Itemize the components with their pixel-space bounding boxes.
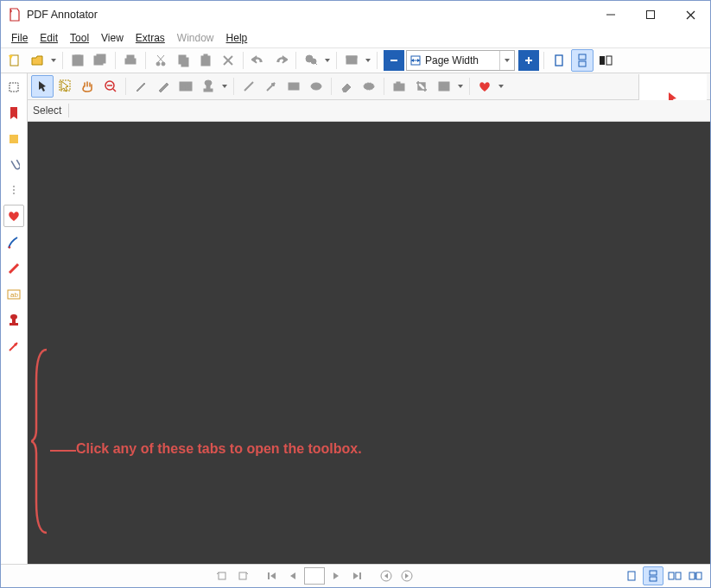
tool-status-bar: Select	[28, 100, 710, 122]
redo-button[interactable]	[270, 50, 291, 71]
svg-point-56	[205, 80, 212, 85]
sidebar-select-tab[interactable]	[4, 77, 23, 98]
toolbox-stamp-tab[interactable]	[4, 310, 23, 331]
toolbox-marker-tab[interactable]	[4, 258, 23, 279]
svg-rect-27	[390, 60, 397, 61]
layout-single-button[interactable]	[622, 567, 641, 585]
pointer-tool[interactable]	[31, 75, 54, 98]
sidebar-attachments-tab[interactable]	[4, 155, 23, 175]
sidebar-notes-tab[interactable]	[4, 129, 23, 149]
copy-button[interactable]	[173, 50, 194, 71]
paste-button[interactable]	[195, 50, 216, 71]
lasso-select-tool[interactable]	[55, 76, 76, 97]
image-tool[interactable]	[434, 76, 454, 97]
document-canvas[interactable]: Click any of these tabs to open the tool…	[28, 122, 710, 564]
svg-line-24	[315, 63, 317, 65]
svg-line-14	[158, 55, 164, 62]
ellipse-tool[interactable]	[306, 76, 327, 97]
menu-extras[interactable]: Extras	[130, 30, 170, 46]
stamp-dropdown[interactable]	[220, 76, 229, 97]
print-button[interactable]	[120, 50, 141, 71]
fullscreen-button[interactable]	[341, 50, 362, 71]
nav-back-button[interactable]	[377, 567, 396, 585]
zoom-out-button[interactable]	[384, 50, 404, 71]
pan-tool[interactable]	[78, 76, 98, 97]
next-page-button[interactable]	[327, 567, 346, 585]
svg-rect-26	[346, 56, 357, 58]
rotate-left-button[interactable]	[213, 567, 232, 585]
svg-rect-19	[204, 54, 207, 57]
open-button[interactable]	[27, 50, 48, 71]
svg-rect-39	[10, 83, 18, 92]
favorites-dropdown[interactable]	[497, 76, 505, 97]
cut-button[interactable]	[150, 50, 171, 71]
line-tool[interactable]	[238, 76, 259, 97]
menu-view[interactable]: View	[96, 30, 129, 46]
menu-window: Window	[172, 30, 219, 46]
delete-button[interactable]	[218, 50, 238, 71]
menu-file[interactable]: File	[6, 30, 33, 46]
layout-book-button[interactable]	[686, 567, 705, 585]
maximize-button[interactable]	[631, 1, 670, 28]
highlighter-tool[interactable]	[153, 76, 174, 97]
svg-rect-68	[219, 572, 225, 579]
fullscreen-dropdown[interactable]	[364, 50, 372, 71]
find-button[interactable]	[301, 50, 321, 71]
close-button[interactable]	[670, 1, 710, 28]
toolbox-text-tab[interactable]: ab	[4, 284, 23, 305]
toolbox-pen-tab[interactable]	[4, 232, 23, 253]
menu-tool[interactable]: Tool	[65, 30, 94, 46]
svg-point-13	[162, 62, 165, 66]
layout-twopage-button[interactable]	[665, 567, 684, 585]
arrow-tool[interactable]	[261, 76, 282, 97]
svg-text:ab: ab	[181, 83, 189, 91]
minimize-button[interactable]	[591, 1, 631, 28]
snapshot-tool[interactable]	[389, 76, 409, 97]
pen-tool[interactable]	[130, 76, 151, 97]
last-page-button[interactable]	[347, 567, 366, 585]
svg-rect-70	[268, 572, 270, 579]
menu-bar: File Edit Tool View Extras Window Help	[1, 28, 710, 47]
svg-rect-7	[75, 55, 80, 59]
menu-edit[interactable]: Edit	[35, 30, 63, 46]
undo-button[interactable]	[248, 50, 269, 71]
text-tool[interactable]: ab	[175, 76, 196, 97]
first-page-button[interactable]	[263, 567, 282, 585]
toolbox-arrow-tab[interactable]	[4, 336, 23, 357]
app-window: PDF Annotator File Edit Tool View Extras…	[0, 0, 711, 588]
svg-marker-79	[405, 573, 409, 579]
find-dropdown[interactable]	[323, 50, 332, 71]
menu-help[interactable]: Help	[221, 30, 253, 46]
new-document-button[interactable]	[4, 50, 25, 71]
svg-rect-85	[689, 572, 695, 579]
erase-area-tool[interactable]	[359, 76, 379, 97]
crop-tool[interactable]	[411, 76, 432, 97]
layout-continuous-button[interactable]	[643, 566, 663, 585]
zoom-out-tool[interactable]	[100, 76, 121, 97]
zoom-combo[interactable]: Page Width	[406, 50, 515, 71]
svg-rect-1	[647, 11, 655, 19]
eraser-tool[interactable]	[336, 76, 357, 97]
favorites-tool[interactable]	[474, 76, 495, 97]
svg-rect-69	[239, 572, 246, 579]
save-all-button[interactable]	[90, 50, 111, 71]
main-area: ab ab	[1, 73, 710, 564]
page-navigation	[6, 567, 622, 585]
page-number-input[interactable]	[304, 567, 325, 585]
app-title: PDF Annotator	[27, 9, 98, 21]
sidebar-bookmark-tab[interactable]	[4, 103, 23, 123]
rotate-right-button[interactable]	[233, 567, 252, 585]
svg-rect-43	[10, 323, 18, 326]
svg-rect-40	[10, 135, 18, 143]
save-button[interactable]	[67, 50, 88, 71]
stamp-tool[interactable]	[198, 76, 219, 97]
nav-forward-button[interactable]	[397, 567, 416, 585]
tool-ribbon: ab	[28, 73, 710, 100]
toolbox-favorites-tab[interactable]	[3, 205, 24, 227]
zoom-value: Page Width	[422, 54, 499, 66]
prev-page-button[interactable]	[283, 567, 302, 585]
open-dropdown[interactable]	[49, 50, 58, 71]
svg-rect-18	[201, 56, 210, 66]
rectangle-tool[interactable]	[283, 76, 304, 97]
image-dropdown[interactable]	[456, 76, 465, 97]
